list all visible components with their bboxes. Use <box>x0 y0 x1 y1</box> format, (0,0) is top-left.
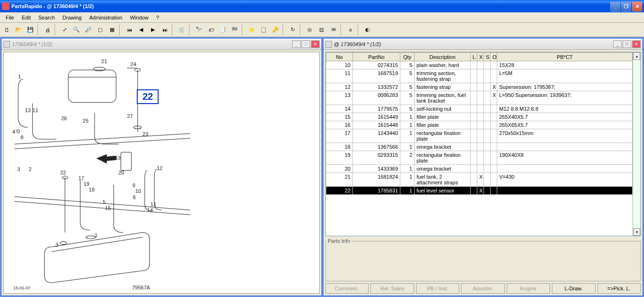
menu-file[interactable]: File <box>2 14 18 21</box>
table-row[interactable]: 1116875195trimming section, fastening st… <box>326 69 633 83</box>
table-row[interactable]: 1813675661omega bracket <box>326 143 633 151</box>
cell-l <box>471 113 477 121</box>
action-button-5[interactable]: L-Draw. <box>552 283 595 294</box>
column-header[interactable]: No <box>326 53 353 61</box>
note-icon[interactable]: 📋 <box>258 24 269 36</box>
cell-pbct: 265X40X5.7 <box>497 113 633 121</box>
action-button-6[interactable]: =>Pick. L. <box>597 283 641 294</box>
first-icon[interactable]: ⏮ <box>123 24 135 36</box>
grid-icon[interactable]: ▦ <box>106 24 118 36</box>
child-maximize-button[interactable]: □ <box>623 40 631 48</box>
child-minimize-button[interactable]: _ <box>292 40 301 48</box>
cell-l <box>471 187 477 195</box>
scroll-track[interactable] <box>633 60 640 228</box>
table-row[interactable]: 1712434401rectangular fixation plate270x… <box>326 129 633 143</box>
next-icon[interactable]: ▶ <box>147 24 159 36</box>
app-icon <box>2 2 9 10</box>
action-button-3[interactable]: Assortm. <box>461 283 504 294</box>
svg-text:25: 25 <box>83 118 88 124</box>
column-header[interactable]: L <box>471 53 477 61</box>
table-row[interactable]: 1300862835trimming section, fuel tank br… <box>326 91 633 105</box>
child-close-button[interactable]: ✕ <box>311 40 320 48</box>
fit-icon[interactable]: ⤢ <box>59 24 70 36</box>
refresh-icon[interactable]: ↻ <box>287 24 298 36</box>
table-row[interactable]: 1616154481filler plate265X65X5.7 <box>326 121 633 129</box>
column-header[interactable]: PB*CT <box>497 53 633 61</box>
key-icon[interactable]: 🔑 <box>270 24 281 36</box>
cell-pbct: 270x50x15mm <box>497 129 633 143</box>
table-row[interactable]: 1213325725fastening strapXSupersession: … <box>326 83 633 91</box>
cross-icon[interactable]: ⛝ <box>316 24 327 36</box>
cart-icon[interactable]: 🛒 <box>176 24 188 36</box>
box-icon[interactable]: ▢ <box>95 24 106 36</box>
scroll-up-button[interactable]: ▴ <box>633 52 640 60</box>
cell-pbct: 15X28 <box>497 61 633 69</box>
column-header[interactable]: PartNo <box>353 53 400 61</box>
print-icon[interactable]: 🖨 <box>42 24 53 36</box>
star-icon[interactable]: ⭐ <box>246 24 257 36</box>
zoomin-icon[interactable]: 🔎 <box>83 24 94 36</box>
action-button-4[interactable]: Engine <box>507 283 550 294</box>
column-header[interactable]: X <box>477 53 484 61</box>
zoomout-icon[interactable]: 🔍 <box>71 24 82 36</box>
close-button[interactable]: ✕ <box>632 1 642 11</box>
mail-icon[interactable]: ✉ <box>328 24 339 36</box>
cell-no: 16 <box>326 121 353 129</box>
db-icon[interactable]: ◐ <box>362 24 373 36</box>
menu-window[interactable]: Window <box>126 14 152 21</box>
column-header[interactable]: S <box>484 53 491 61</box>
menu-[interactable]: ? <box>152 14 163 21</box>
action-button-2[interactable]: PB / Inst. <box>416 283 459 294</box>
tag2-icon[interactable]: 📑 <box>217 24 228 36</box>
minimize-button[interactable]: _ <box>610 1 620 11</box>
new-icon[interactable]: 🗋 <box>1 24 12 36</box>
cell-x <box>477 151 484 165</box>
cell-no: 20 <box>326 165 353 173</box>
menubar: FileEditSearchDrawingAdministrationWindo… <box>0 12 644 23</box>
cell-x <box>477 143 484 151</box>
column-header[interactable]: Description <box>415 53 471 61</box>
flag-icon[interactable]: 🏁 <box>229 24 240 36</box>
scroll-down-button[interactable]: ▾ <box>633 228 640 236</box>
table-row[interactable]: 1002743155plain washer, hard15X28 <box>326 61 633 69</box>
menu-drawing[interactable]: Drawing <box>59 14 85 21</box>
parts-table[interactable]: NoPartNoQtyDescriptionLXSOPB*CT 10027431… <box>326 52 633 195</box>
cell-partno: 1687519 <box>353 69 400 83</box>
child-close-button[interactable]: ✕ <box>632 40 641 48</box>
table-row[interactable]: 1516154491filler plate265X40X5.7 <box>326 113 633 121</box>
vertical-scrollbar[interactable]: ▴ ▾ <box>633 52 640 236</box>
prev-icon[interactable]: ◀ <box>135 24 147 36</box>
action-button-0[interactable]: Commerc. <box>325 283 369 294</box>
open-icon[interactable]: 📂 <box>13 24 24 36</box>
tag1-icon[interactable]: 🏷 <box>205 24 217 36</box>
action-button-1[interactable]: Rel. Sales <box>370 283 414 294</box>
last-icon[interactable]: ⏭ <box>159 24 170 36</box>
main-titlebar: PartsRapido - @ 1736049/4 * (1/2) _ ❐ ✕ <box>0 0 644 12</box>
table-row[interactable]: 2217858311fuel level sensorX <box>326 187 633 195</box>
drawing-canvas[interactable]: 21 24 27 23 1 13 11 <box>3 52 320 294</box>
binoc-icon[interactable]: 🔭 <box>193 24 205 36</box>
target-icon[interactable]: ◎ <box>304 24 315 36</box>
table-row[interactable]: 1902933152rectangular fixation plate190X… <box>326 151 633 165</box>
table-row[interactable]: 1417795755self-locking nutM12 8.8 M12 8.… <box>326 105 633 113</box>
save-icon[interactable]: 💾 <box>25 24 36 36</box>
svg-text:19: 19 <box>84 181 89 187</box>
child-minimize-button[interactable]: _ <box>613 40 622 48</box>
maximize-button[interactable]: ❐ <box>621 1 631 11</box>
menu-administration[interactable]: Administration <box>85 14 126 21</box>
parts-info-label: Parts Info <box>326 238 352 244</box>
child-maximize-button[interactable]: □ <box>302 40 310 48</box>
column-header[interactable]: Qty <box>400 53 415 61</box>
cell-s <box>484 83 491 91</box>
doc-icon <box>325 41 332 48</box>
column-header[interactable]: O <box>491 53 497 61</box>
table-row[interactable]: 2116818241fuel tank, 2 attachment straps… <box>326 173 633 187</box>
svg-text:15: 15 <box>105 205 111 211</box>
table-row[interactable]: 2014333691omega bracket <box>326 165 633 173</box>
menu-search[interactable]: Search <box>35 14 59 21</box>
menu-edit[interactable]: Edit <box>18 14 35 21</box>
button-row: Commerc.Rel. SalesPB / Inst.Assortm.Engi… <box>325 283 641 294</box>
cell-qty: 5 <box>400 105 415 113</box>
cell-o <box>491 105 497 113</box>
list-icon[interactable]: ≡ <box>345 24 356 36</box>
